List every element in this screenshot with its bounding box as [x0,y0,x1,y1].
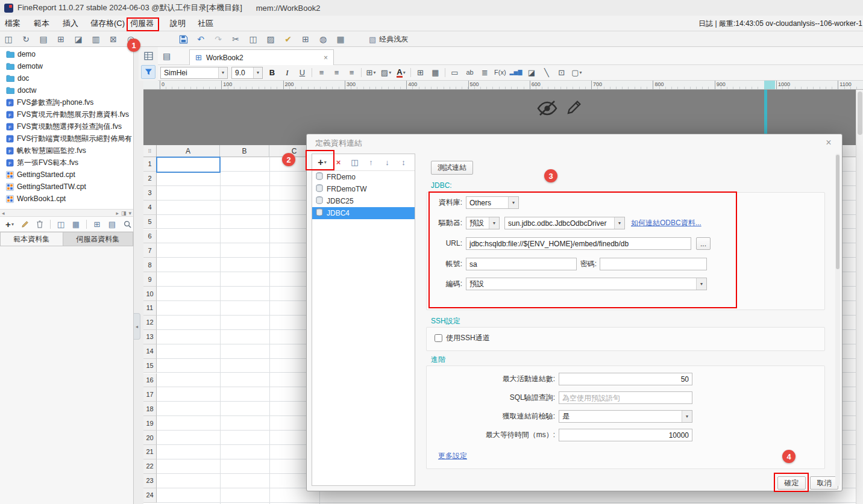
refresh-icon[interactable]: ↻ [20,33,31,45]
format-painter-icon[interactable]: ✔ [283,33,293,45]
tree-item-GettingStarted.cpt[interactable]: GettingStarted.cpt [0,169,133,181]
tree-item-FVS行動端實現動態顯示絕對佈局有[interactable]: FFVS行動端實現動態顯示絕對佈局有 [0,132,133,145]
row-header-15[interactable]: 15 [143,359,157,373]
encoding-select[interactable]: 預設 ▾ [466,278,707,290]
url-input[interactable] [466,237,691,250]
copy-page-icon[interactable]: ◪ [73,33,84,45]
insert-image-icon[interactable]: ▦ [335,33,346,45]
undo-icon[interactable]: ↶ [195,33,206,45]
connection-item-JDBC25[interactable]: JDBC25 [312,195,415,207]
account-input[interactable] [466,258,577,270]
report-component-icon[interactable] [141,49,155,63]
row-header-3[interactable]: 3 [143,186,157,201]
add-dataset-button[interactable]: +▾ [5,219,14,229]
tree-item-doc[interactable]: doc [0,72,133,84]
tree-extra-icon-2[interactable]: ▾ [128,210,131,216]
chevron-down-icon[interactable]: ▾ [489,217,499,229]
vertical-scrollbar[interactable] [856,90,863,504]
max-connections-input[interactable] [559,373,692,385]
row-header-17[interactable]: 17 [143,387,157,402]
row-header-8[interactable]: 8 [143,258,157,272]
align-left-icon[interactable]: ≡ [316,67,327,79]
row-header-6[interactable]: 6 [143,229,157,244]
edit-pencil-icon[interactable] [566,98,582,117]
edit-dataset-button[interactable] [20,219,30,229]
row-header-12[interactable]: 12 [143,316,157,330]
tree-item-demo[interactable]: demo [0,48,133,60]
row-header-23[interactable]: 23 [143,474,157,488]
column-header-A[interactable]: A [157,145,220,157]
row-header-10[interactable]: 10 [143,287,157,301]
row-header-19[interactable]: 19 [143,416,157,431]
tree-item-doctw[interactable]: doctw [0,84,133,96]
grid-view-icon[interactable]: ⊞ [55,33,66,45]
row-header-14[interactable]: 14 [143,344,157,359]
wrap-lines-icon[interactable]: ≣ [479,67,491,79]
url-browse-button[interactable]: ... [696,237,711,250]
italic-button[interactable]: I [281,67,293,79]
menu-item-server[interactable]: 伺服器 [130,16,154,31]
cell-unit-icon[interactable]: ▭ [449,67,460,79]
row-header-4[interactable]: 4 [143,201,157,215]
add-connection-button[interactable]: +▾ [318,157,327,168]
menu-item-community[interactable]: 社區 [198,16,213,31]
font-color-icon[interactable]: A▾ [395,67,407,79]
row-header-22[interactable]: 22 [143,459,157,474]
row-header-21[interactable]: 21 [143,445,157,459]
insert-shape-icon[interactable]: ▢▾ [571,67,582,79]
menu-item-help[interactable]: 說明 [170,16,186,31]
connection-item-JDBC4[interactable]: JDBC4 [312,207,415,219]
chevron-down-icon[interactable]: ▾ [253,67,262,78]
row-header-1[interactable]: 1 [143,157,157,172]
delete-icon[interactable]: ⊠ [108,33,119,45]
pane-list-icon[interactable]: ▤ [163,51,171,61]
row-header-18[interactable]: 18 [143,402,157,416]
tree-horizontal-scrollbar[interactable]: ◂ ▸ ◨ ▾ [0,209,133,217]
row-header-7[interactable]: 7 [143,243,157,258]
tab-template-dataset[interactable]: 範本資料集 [0,232,63,246]
selected-cell-a1[interactable] [156,157,221,173]
connection-config-button[interactable]: ⊞ [92,219,102,229]
cut-icon[interactable]: ✂ [230,33,241,45]
menu-item-insert[interactable]: 插入 [63,16,78,31]
tree-item-帆軟智慧園區監控.fvs[interactable]: F帆軟智慧園區監控.fvs [0,145,133,157]
chevron-down-icon[interactable]: ▾ [614,217,624,229]
font-size-select[interactable]: 9.0 ▾ [231,67,263,79]
column-header-B[interactable]: B [220,145,269,157]
driver-mode-select[interactable]: 預設 ▾ [466,217,500,229]
row-header-13[interactable]: 13 [143,330,157,344]
tree-item-demotw[interactable]: demotw [0,60,133,72]
bold-button[interactable]: B [266,67,278,79]
page-setup-icon[interactable]: ▥ [90,33,101,45]
hide-preview-icon[interactable] [536,100,558,119]
cancel-button[interactable]: 取消 [810,476,838,490]
row-header-11[interactable]: 11 [143,301,157,316]
scrollbar-thumb[interactable] [858,92,862,135]
copy-dataset-button[interactable]: ◫ [56,219,66,229]
row-header-2[interactable]: 2 [143,172,157,186]
theme-picker[interactable]: ▧ 经典浅灰 [369,31,408,47]
fill-color-icon[interactable]: ▨▾ [380,67,392,79]
search-dataset-button[interactable] [122,219,132,229]
chevron-down-icon[interactable]: ▾ [696,278,706,290]
max-wait-input[interactable] [559,429,692,441]
scroll-left-icon[interactable]: ◂ [2,210,5,216]
log-status-text[interactable]: 日誌 | 嚴重:14:43:05 ov-cloudanlysis--106-wo… [698,16,862,31]
copy-icon[interactable]: ◫ [248,33,259,45]
password-input[interactable] [600,258,707,270]
font-family-select[interactable]: SimHei ▾ [160,67,228,79]
select-all-corner[interactable]: ⠿ [143,145,157,157]
clipboard-icon[interactable]: ◫ [3,33,14,45]
ssh-tunnel-checkbox[interactable] [435,334,442,342]
dialog-scrollbar-thumb[interactable] [836,155,839,269]
connection-item-FRDemo[interactable]: FRDemo [312,171,415,183]
list-view-button[interactable]: ▤ [107,219,117,229]
more-settings-link[interactable]: 更多設定 [438,450,467,462]
sort-connection-button[interactable]: ↕ [399,157,408,168]
data-filter-icon[interactable] [141,65,155,79]
align-right-icon[interactable]: ≡ [346,67,357,79]
check-before-select[interactable]: 是 ▾ [559,410,692,423]
dataset-view-button[interactable]: ▦ [71,219,81,229]
odbc-help-link[interactable]: 如何連結ODBC資料... [631,217,701,229]
chevron-down-icon[interactable]: ▾ [682,411,692,422]
